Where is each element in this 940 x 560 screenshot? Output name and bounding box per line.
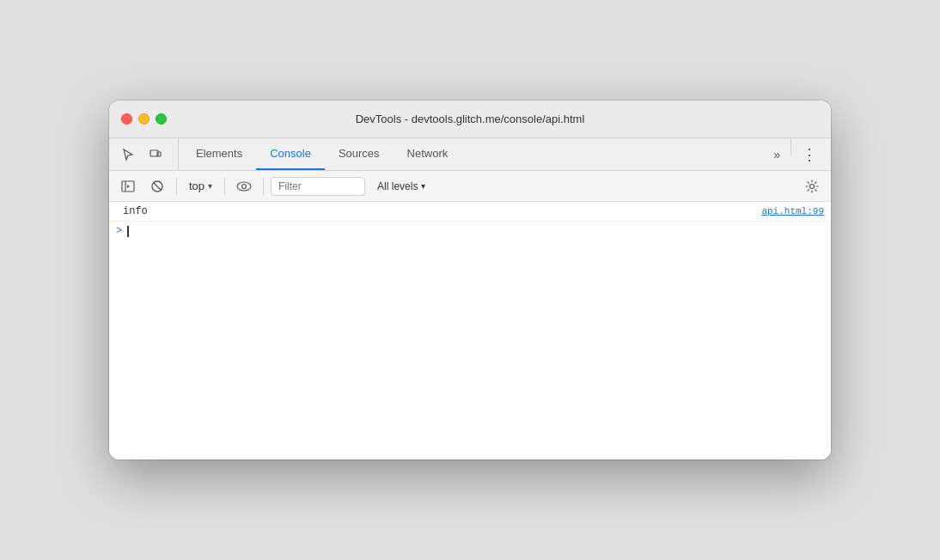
svg-point-7 — [237, 182, 251, 191]
console-log-text: info — [123, 205, 754, 217]
show-sidebar-button[interactable] — [116, 174, 140, 198]
tab-sources[interactable]: Sources — [325, 138, 394, 170]
context-selector[interactable]: top ▾ — [184, 178, 217, 194]
console-input-row[interactable]: > — [109, 222, 831, 240]
tabbar-divider — [790, 138, 791, 155]
eye-icon — [236, 180, 252, 192]
more-tabs-button[interactable]: » — [766, 138, 787, 170]
devtools-menu-button[interactable]: ⋮ — [795, 138, 824, 170]
block-icon — [150, 180, 164, 193]
sidebar-icon — [121, 180, 135, 192]
cursor-icon — [121, 148, 135, 161]
maximize-button[interactable] — [156, 113, 167, 125]
tabbar: Elements Console Sources Network » ⋮ — [109, 138, 831, 171]
console-toolbar: top ▾ All levels ▾ — [109, 171, 831, 202]
tab-network[interactable]: Network — [394, 138, 462, 170]
toolbar-divider-3 — [263, 178, 264, 195]
log-levels-button[interactable]: All levels ▾ — [370, 179, 432, 194]
console-log-source[interactable]: api.html:99 — [754, 206, 824, 216]
inspect-element-button[interactable] — [116, 143, 140, 167]
toolbar-divider-2 — [224, 178, 225, 195]
minimize-button[interactable] — [138, 113, 150, 125]
svg-point-8 — [242, 184, 247, 188]
tabs: Elements Console Sources Network — [182, 138, 766, 170]
window-title: DevTools - devtools.glitch.me/console/ap… — [356, 113, 585, 125]
tab-elements[interactable]: Elements — [182, 138, 256, 170]
titlebar: DevTools - devtools.glitch.me/console/ap… — [109, 100, 831, 138]
console-cursor — [127, 226, 129, 237]
device-icon — [149, 148, 162, 161]
console-output: info api.html:99 > — [109, 202, 831, 460]
tab-console[interactable]: Console — [256, 138, 325, 170]
traffic-lights — [121, 113, 167, 125]
console-log-row: info api.html:99 — [109, 202, 831, 222]
devtools-window: DevTools - devtools.glitch.me/console/ap… — [109, 100, 831, 460]
console-settings-button[interactable] — [800, 174, 824, 198]
device-toggle-button[interactable] — [143, 143, 168, 167]
close-button[interactable] — [121, 113, 132, 125]
svg-marker-4 — [127, 185, 130, 188]
gear-icon — [805, 180, 819, 193]
clear-console-button[interactable] — [145, 174, 169, 198]
filter-input[interactable] — [271, 177, 365, 196]
svg-line-6 — [154, 182, 162, 190]
console-empty-area — [109, 240, 831, 412]
svg-point-9 — [810, 184, 815, 188]
toolbar-divider-1 — [176, 178, 177, 195]
tabbar-icons — [116, 138, 179, 170]
console-prompt-icon: > — [116, 225, 122, 237]
live-expressions-button[interactable] — [232, 174, 256, 198]
